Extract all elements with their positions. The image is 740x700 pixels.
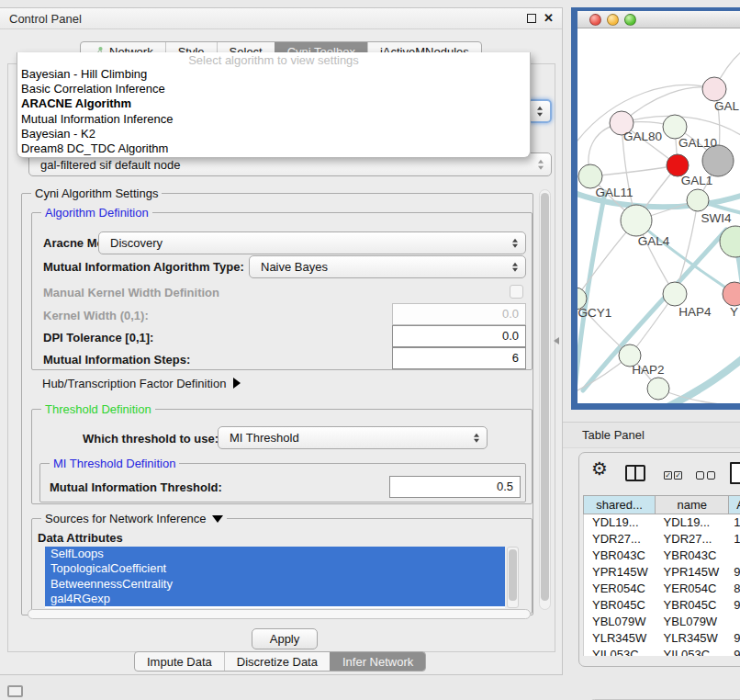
column-header-label: name [677, 498, 707, 512]
attributes-scrollbar[interactable] [507, 547, 519, 608]
network-node[interactable] [723, 282, 740, 306]
settings-scrollbar[interactable] [539, 189, 551, 610]
tab[interactable]: Impute Data [135, 652, 224, 671]
network-canvas[interactable]: GALGAL80GAL10GAL1GAL11GAL4SWI4GCY1HAP4YH… [577, 28, 740, 403]
mi-threshold-label: Mutual Information Threshold: [50, 480, 222, 494]
cell-shared-name: YER054C [584, 581, 656, 597]
control-panel-title: Control Panel [9, 12, 82, 26]
which-threshold-combo[interactable]: MI Threshold [218, 426, 488, 449]
settings-hscrollbar[interactable] [28, 609, 531, 619]
dpi-tolerance-label: DPI Tolerance [0,1]: [43, 331, 153, 344]
data-attributes-label: Data Attributes [38, 531, 123, 545]
node-label: HAP2 [632, 363, 664, 377]
combo-spinner-icon [474, 433, 479, 443]
node-label: Y [730, 305, 738, 319]
close-icon[interactable]: ✕ [544, 11, 554, 25]
zoom-traffic-light[interactable] [624, 14, 636, 26]
cell-value [729, 548, 740, 564]
network-node[interactable] [702, 77, 726, 101]
table-row[interactable]: YBR045C YBR045C 9. [584, 597, 740, 614]
which-threshold-label: Which threshold to use: [83, 432, 219, 446]
table-row[interactable]: YBR043C YBR043C [584, 548, 740, 564]
mi-type-combo[interactable]: Naive Bayes [249, 255, 526, 278]
mi-steps-field[interactable]: 6 [392, 347, 526, 369]
select-all-checks-icon[interactable]: ✓✓ [664, 471, 682, 480]
network-node[interactable] [702, 145, 734, 176]
algorithm-option[interactable]: Mutual Information Inference [17, 112, 530, 127]
algorithm-option[interactable]: ARACNE Algorithm [17, 96, 530, 111]
cell-shared-name: YBL079W [584, 614, 656, 630]
kernel-width-field[interactable]: 0.0 [392, 303, 526, 325]
node-label: SWI4 [701, 211, 731, 225]
network-view-window: GALGAL80GAL10GAL1GAL11GAL4SWI4GCY1HAP4YH… [571, 7, 740, 410]
manual-kernel-checkbox[interactable] [510, 285, 523, 299]
table-row[interactable]: YDL19... YDL19... 13 [584, 514, 740, 531]
sources-group: Sources for Network Inference Data Attri… [31, 518, 533, 614]
cell-name: YBR045C [656, 597, 730, 614]
table-row[interactable]: YLR345W YLR345W 9. [584, 630, 740, 647]
scrollbar-thumb[interactable] [541, 193, 549, 601]
deselect-all-checks-icon[interactable] [696, 471, 715, 480]
tab[interactable]: Discretize Data [224, 652, 330, 671]
attribute-item[interactable]: BetweennessCentrality [45, 577, 505, 592]
cell-value: 9. [729, 564, 740, 581]
sources-group-title[interactable]: Sources for Network Inference [41, 512, 227, 525]
algorithm-option-label: Bayesian - Hill Climbing [21, 67, 147, 81]
algorithm-option[interactable]: Basic Correlation Inference [17, 82, 530, 96]
network-node[interactable] [647, 378, 669, 400]
table-panel-header: Table Panel [563, 422, 740, 448]
column-header[interactable]: shared... [584, 496, 655, 514]
network-edge[interactable] [636, 220, 734, 294]
columns-icon[interactable] [625, 465, 645, 481]
mi-type-value: Naive Bayes [261, 260, 328, 274]
splitter-collapse-arrow[interactable] [554, 337, 559, 344]
combo-spinner-icon [538, 160, 544, 170]
hub-section-toggle[interactable]: Hub/Transcription Factor Definition [42, 377, 241, 390]
aracne-mode-combo[interactable]: Discovery [98, 231, 526, 254]
algorithm-option[interactable]: Dream8 DC_TDC Algorithm [17, 141, 530, 156]
table-panel-title: Table Panel [582, 428, 645, 442]
minimize-traffic-light[interactable] [607, 14, 619, 26]
apply-button[interactable]: Apply [252, 628, 318, 649]
cell-shared-name: YBR043C [584, 548, 656, 564]
node-label: GAL80 [623, 130, 662, 143]
cell-shared-name: YIL053C [584, 647, 656, 656]
close-traffic-light[interactable] [589, 14, 601, 26]
cell-name: YIL053C [656, 647, 730, 656]
table-row[interactable]: YIL053C YIL053C 9 [584, 647, 740, 656]
export-table-icon[interactable] [730, 462, 740, 484]
cell-value: 13 [729, 514, 740, 531]
algorithm-option[interactable]: Bayesian - K2 [17, 127, 530, 141]
focused-spinner-button[interactable] [527, 99, 552, 123]
attribute-item[interactable]: SelfLoops [45, 547, 505, 561]
algorithm-option[interactable]: Bayesian - Hill Climbing [17, 67, 530, 82]
network-node[interactable] [621, 205, 652, 236]
attribute-item[interactable]: gal4RGexp [45, 592, 505, 606]
network-node[interactable] [687, 189, 709, 211]
cell-name: YLR345W [656, 630, 730, 647]
network-node[interactable] [663, 282, 687, 306]
table-row[interactable]: YER054C YER054C 8. [584, 581, 740, 597]
collapsed-panel-icon[interactable] [7, 685, 23, 697]
node-label: GAL11 [595, 186, 633, 199]
table-row[interactable]: YPR145W YPR145W 9. [584, 564, 740, 581]
tab-label: Infer Network [342, 655, 413, 669]
control-panel-bottom-tabs: Impute Data Discretize Data Infer Networ… [134, 651, 426, 672]
mi-threshold-title: MI Threshold Definition [50, 457, 179, 470]
dpi-tolerance-field[interactable]: 0.0 [392, 325, 526, 347]
gear-icon[interactable]: ⚙ [591, 458, 608, 479]
table-header-row: shared... name A [583, 495, 740, 514]
attribute-item[interactable]: TopologicalCoefficient [45, 561, 505, 576]
network-window-titlebar [577, 11, 740, 28]
network-edge[interactable] [590, 165, 678, 176]
float-icon[interactable] [527, 14, 536, 23]
cell-shared-name: YDR27... [584, 531, 656, 548]
tab[interactable]: Infer Network [330, 652, 425, 671]
control-panel-titlebar: Control Panel ✕ [0, 8, 562, 29]
scrollbar-thumb[interactable] [509, 549, 517, 601]
column-header[interactable]: name [655, 496, 728, 514]
mi-threshold-field[interactable]: 0.5 [389, 476, 521, 498]
column-header[interactable]: A [728, 496, 740, 514]
table-row[interactable]: YDR27... YDR27... 12 [584, 531, 740, 548]
table-row[interactable]: YBL079W YBL079W [584, 614, 740, 630]
